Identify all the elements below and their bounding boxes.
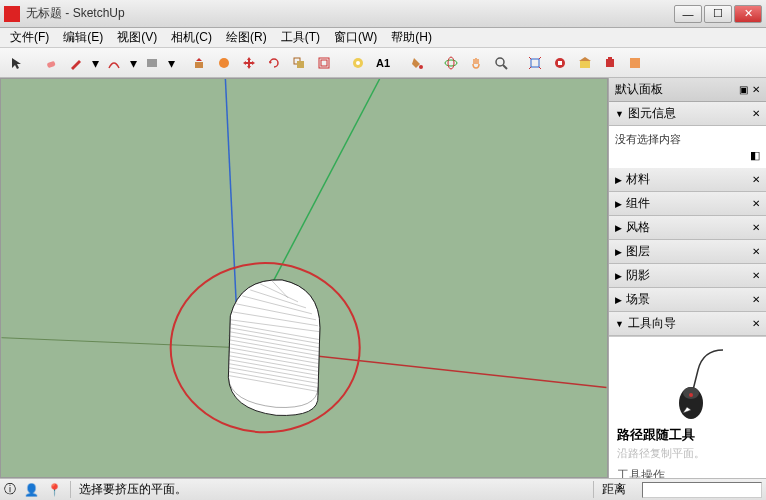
svg-rect-21 (630, 58, 640, 68)
expand-icon: ▶ (615, 199, 622, 209)
tool-name: 路径跟随工具 (617, 426, 758, 444)
extruded-shape (228, 280, 320, 416)
tool-desc: 沿路径复制平面。 (617, 446, 758, 461)
panel-materials[interactable]: ▶材料✕ (609, 168, 766, 192)
instructor-graphic (643, 345, 733, 420)
select-tool-icon[interactable] (6, 52, 28, 74)
panel-instructor-header[interactable]: ▼工具向导✕ (609, 312, 766, 336)
extension-tool-icon[interactable] (599, 52, 621, 74)
svg-rect-19 (606, 59, 614, 67)
section-tool-icon[interactable] (549, 52, 571, 74)
geo-icon[interactable]: 📍 (47, 483, 62, 497)
details-icon[interactable]: ◧ (750, 149, 760, 161)
rotate-tool-icon[interactable] (263, 52, 285, 74)
close-panel-icon[interactable]: ✕ (752, 294, 760, 305)
collapse-icon: ▼ (615, 109, 624, 119)
zoom-tool-icon[interactable] (490, 52, 512, 74)
warehouse-tool-icon[interactable] (574, 52, 596, 74)
maximize-button[interactable]: ☐ (704, 5, 732, 23)
menu-help[interactable]: 帮助(H) (385, 27, 438, 48)
side-panel: 默认面板 ▣ ✕ ▼ 图元信息 ✕ 没有选择内容 ◧ ▶材料✕ ▶组件✕ ▶风格… (608, 78, 766, 478)
menu-edit[interactable]: 编辑(E) (57, 27, 109, 48)
axis-negred (2, 338, 239, 348)
panel-scenes[interactable]: ▶场景✕ (609, 288, 766, 312)
menu-tools[interactable]: 工具(T) (275, 27, 326, 48)
expand-icon: ▶ (615, 271, 622, 281)
window-title: 无标题 - SketchUp (26, 5, 674, 22)
close-button[interactable]: ✕ (734, 5, 762, 23)
close-panel-icon[interactable]: ✕ (752, 222, 760, 233)
user-icon[interactable]: 👤 (24, 483, 39, 497)
menu-window[interactable]: 窗口(W) (328, 27, 383, 48)
svg-rect-1 (147, 59, 157, 67)
pin-icon[interactable]: ▣ (739, 84, 748, 95)
layout-tool-icon[interactable] (624, 52, 646, 74)
panel-entity-header[interactable]: ▼ 图元信息 ✕ (609, 102, 766, 126)
close-panel-icon[interactable]: ✕ (752, 174, 760, 185)
collapse-icon: ▼ (615, 319, 624, 329)
panel-components[interactable]: ▶组件✕ (609, 192, 766, 216)
svg-point-3 (219, 58, 229, 68)
menu-view[interactable]: 视图(V) (111, 27, 163, 48)
zoomext-tool-icon[interactable] (524, 52, 546, 74)
svg-rect-5 (297, 61, 304, 68)
tape-tool-icon[interactable] (347, 52, 369, 74)
pushpull-tool-icon[interactable] (188, 52, 210, 74)
window-controls: — ☐ ✕ (674, 5, 762, 23)
arc-tool-icon[interactable] (103, 52, 125, 74)
no-selection-text: 没有选择内容 (615, 132, 760, 147)
pencil-tool-icon[interactable] (65, 52, 87, 74)
eraser-tool-icon[interactable] (40, 52, 62, 74)
panel-layers[interactable]: ▶图层✕ (609, 240, 766, 264)
title-bar: 无标题 - SketchUp — ☐ ✕ (0, 0, 766, 28)
menu-bar: 文件(F) 编辑(E) 视图(V) 相机(C) 绘图(R) 工具(T) 窗口(W… (0, 28, 766, 48)
minimize-button[interactable]: — (674, 5, 702, 23)
ops-header: 工具操作 (617, 467, 758, 478)
paint-tool-icon[interactable] (406, 52, 428, 74)
close-panel-icon[interactable]: ✕ (752, 270, 760, 281)
info-icon[interactable]: ⓘ (4, 481, 16, 498)
dropdown-icon[interactable]: ▾ (128, 52, 138, 74)
dropdown-icon[interactable]: ▾ (166, 52, 176, 74)
close-panel-icon[interactable]: ✕ (752, 108, 760, 119)
scale-tool-icon[interactable] (288, 52, 310, 74)
toolbar: ▾ ▾ ▾ A1 (0, 48, 766, 78)
move-tool-icon[interactable] (238, 52, 260, 74)
text-tool-icon[interactable]: A1 (372, 52, 394, 74)
menu-draw[interactable]: 绘图(R) (220, 27, 273, 48)
distance-input[interactable] (642, 482, 762, 498)
svg-point-11 (445, 60, 457, 66)
panel-entity-body: 没有选择内容 ◧ (609, 126, 766, 168)
followme-tool-icon[interactable] (213, 52, 235, 74)
close-panel-icon[interactable]: ✕ (752, 198, 760, 209)
svg-point-13 (496, 58, 504, 66)
expand-icon: ▶ (615, 175, 622, 185)
svg-rect-0 (47, 60, 56, 67)
svg-rect-17 (558, 61, 562, 65)
expand-icon: ▶ (615, 223, 622, 233)
orbit-tool-icon[interactable] (440, 52, 462, 74)
rect-tool-icon[interactable] (141, 52, 163, 74)
viewport[interactable] (0, 78, 608, 478)
pan-tool-icon[interactable] (465, 52, 487, 74)
expand-icon: ▶ (615, 295, 622, 305)
instructor-body: 路径跟随工具 沿路径复制平面。 工具操作 找到要修改的几何图形的边线，此边线就是… (609, 336, 766, 478)
close-panel-icon[interactable]: ✕ (752, 318, 760, 329)
panel-shadows[interactable]: ▶阴影✕ (609, 264, 766, 288)
svg-line-14 (503, 65, 507, 69)
svg-point-24 (689, 393, 693, 397)
menu-file[interactable]: 文件(F) (4, 27, 55, 48)
panel-styles[interactable]: ▶风格✕ (609, 216, 766, 240)
close-panel-icon[interactable]: ✕ (752, 246, 760, 257)
panel-entity-label: 图元信息 (628, 105, 676, 122)
offset-tool-icon[interactable] (313, 52, 335, 74)
tray-title: 默认面板 (615, 81, 663, 98)
dropdown-icon[interactable]: ▾ (90, 52, 100, 74)
svg-rect-2 (195, 62, 203, 68)
svg-rect-18 (580, 61, 590, 68)
menu-camera[interactable]: 相机(C) (165, 27, 218, 48)
close-tray-icon[interactable]: ✕ (752, 84, 760, 95)
svg-rect-15 (531, 59, 539, 67)
tray-header[interactable]: 默认面板 ▣ ✕ (609, 78, 766, 102)
distance-label: 距离 (593, 481, 634, 498)
